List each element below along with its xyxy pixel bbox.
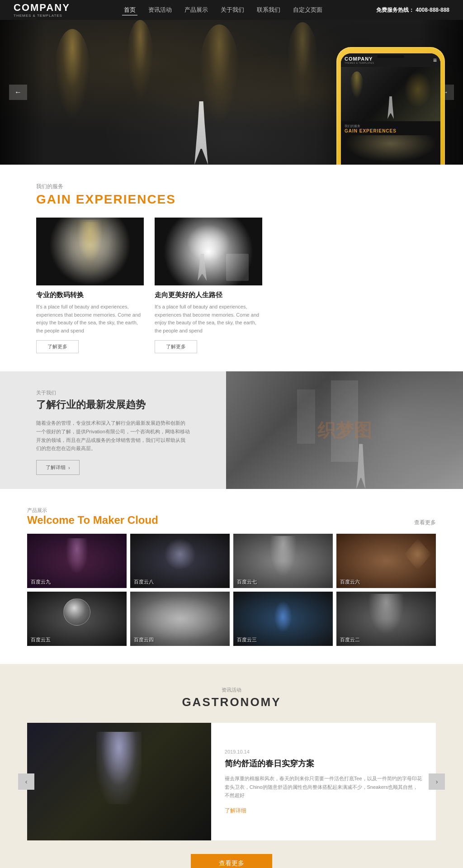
service-image-1 <box>36 218 144 285</box>
company-name: COMPANY <box>14 2 70 13</box>
product-item-8[interactable]: 百度云二 <box>336 592 436 646</box>
tagline: THEMES & TEMPLATES <box>14 14 62 18</box>
event-more-link[interactable]: 了解详细 <box>225 807 422 815</box>
hotline-label: 免费服务热线： <box>376 7 414 13</box>
products-header-left: 产品展示 Welcome To Maker Cloud <box>27 507 158 526</box>
about-image: 织梦图 <box>226 371 463 489</box>
service-title-2: 走向更美好的人生路径 <box>155 291 262 299</box>
about-btn-arrow: › <box>68 465 70 470</box>
events-section: 资讯活动 GASTRONOMY ‹ 2019.10.14 简约舒适的春日实穿方案… <box>0 664 463 868</box>
product-name-1: 百度云九 <box>31 579 51 585</box>
product-item-3[interactable]: 百度云七 <box>233 534 333 588</box>
products-label: 产品展示 <box>27 507 158 514</box>
phone-notch <box>377 55 404 58</box>
phone-hero-image <box>341 67 440 121</box>
product-name-4: 百度云六 <box>340 579 360 585</box>
nav-products[interactable]: 产品展示 <box>183 5 210 15</box>
phone-tagline: THEMES & TEMPLATES <box>345 62 374 64</box>
product-item-4[interactable]: 百度云六 <box>336 534 436 588</box>
service-desc-1: It's a place full of beauty and experien… <box>36 303 144 335</box>
hero-section: ← → COMPANY THEMES & TEMPLATES ≡ <box>0 20 463 165</box>
phone-hero-light <box>404 71 431 108</box>
product-item-6[interactable]: 百度云四 <box>130 592 230 646</box>
event-image <box>27 723 211 840</box>
product-item-2[interactable]: 百度云八 <box>130 534 230 588</box>
learn-more-2[interactable]: 了解更多 <box>155 340 197 353</box>
event-card-desc: 褪去厚重的棉服和风衣，春天的到来你只需要一件活色打底Tee，以及一件简约的字母印… <box>225 774 422 800</box>
phone-menu-icon[interactable]: ≡ <box>433 57 437 64</box>
about-detail-button[interactable]: 了解详细 › <box>36 460 80 475</box>
event-prev-button[interactable]: ‹ <box>18 773 34 790</box>
event-content: 2019.10.14 简约舒适的春日实穿方案 褪去厚重的棉服和风衣，春天的到来你… <box>211 723 436 840</box>
phone-frame: COMPANY THEMES & TEMPLATES ≡ 我们的服务 GAIN … <box>336 47 445 165</box>
services-grid: 专业的数码转换 It's a place full of beauty and … <box>36 218 262 353</box>
nav-contact[interactable]: 联系我们 <box>255 5 282 15</box>
service-title-1: 专业的数码转换 <box>36 291 144 299</box>
service-card-2: 走向更美好的人生路径 It's a place full of beauty a… <box>155 218 262 353</box>
main-nav: 首页 资讯活动 产品展示 关于我们 联系我们 自定义页面 <box>122 5 324 15</box>
service-image-2 <box>155 218 262 285</box>
service-desc-2: It's a place full of beauty and experien… <box>155 303 262 335</box>
phone-service-image <box>345 135 437 162</box>
product-item-5[interactable]: 百度云五 <box>27 592 127 646</box>
phone-screen: COMPANY THEMES & TEMPLATES ≡ 我们的服务 GAIN … <box>341 53 440 165</box>
product-item-7[interactable]: 百度云三 <box>233 592 333 646</box>
services-title: GAIN EXPERIENCES <box>36 192 427 207</box>
hotline: 免费服务热线： 4008-888-888 <box>376 6 449 14</box>
about-section: 关于我们 了解行业的最新发展趋势 随着业务的管理，专业技术和深入了解行业的最新发… <box>0 371 463 489</box>
about-label: 关于我们 <box>36 389 190 396</box>
about-title: 了解行业的最新发展趋势 <box>36 398 190 412</box>
event-card: 2019.10.14 简约舒适的春日实穿方案 褪去厚重的棉服和风衣，春天的到来你… <box>27 723 436 840</box>
hero-prev-button[interactable]: ← <box>9 85 27 100</box>
services-label: 我们的服务 <box>36 183 427 190</box>
events-label: 资讯活动 <box>27 687 436 693</box>
products-grid: 百度云九 百度云八 百度云七 百度云六 百度云五 百度云四 百度云三 百度云二 <box>27 534 436 646</box>
about-desc: 随着业务的管理，专业技术和深入了解行业的最新发展趋势和创新的一个很好的了解，提供… <box>36 419 190 453</box>
products-section: 产品展示 Welcome To Maker Cloud 查看更多 百度云九 百度… <box>0 489 463 664</box>
logo: COMPANY THEMES & TEMPLATES <box>14 2 70 17</box>
products-view-more[interactable]: 查看更多 <box>414 519 436 526</box>
event-date: 2019.10.14 <box>225 749 422 754</box>
phone-services-title: GAIN EXPERIENCES <box>345 128 437 133</box>
products-title: Welcome To Maker Cloud <box>27 514 158 526</box>
phone-logo-block: COMPANY THEMES & TEMPLATES <box>345 56 374 64</box>
view-all-button[interactable]: 查看更多 <box>191 854 272 868</box>
product-name-2: 百度云八 <box>134 579 154 585</box>
hotline-number: 4008-888-888 <box>416 7 449 13</box>
products-header: 产品展示 Welcome To Maker Cloud 查看更多 <box>27 507 436 526</box>
services-section: 我们的服务 GAIN EXPERIENCES 专业的数码转换 It's a pl… <box>0 165 463 371</box>
service-card-1: 专业的数码转换 It's a place full of beauty and … <box>36 218 144 353</box>
product-name-8: 百度云二 <box>340 636 360 643</box>
learn-more-1[interactable]: 了解更多 <box>36 340 79 353</box>
product-name-3: 百度云七 <box>237 579 257 585</box>
header: COMPANY THEMES & TEMPLATES 首页 资讯活动 产品展示 … <box>0 0 463 20</box>
product-name-6: 百度云四 <box>134 636 154 643</box>
event-card-title: 简约舒适的春日实穿方案 <box>225 758 422 769</box>
product-item-1[interactable]: 百度云九 <box>27 534 127 588</box>
phone-company: COMPANY <box>345 56 374 62</box>
mobile-mockup: COMPANY THEMES & TEMPLATES ≡ 我们的服务 GAIN … <box>336 47 445 165</box>
about-content: 关于我们 了解行业的最新发展趋势 随着业务的管理，专业技术和深入了解行业的最新发… <box>0 371 226 489</box>
phone-services: 我们的服务 GAIN EXPERIENCES <box>341 121 440 165</box>
product-name-7: 百度云三 <box>237 636 257 643</box>
product-name-5: 百度云五 <box>31 636 51 643</box>
phone-services-label: 我们的服务 <box>345 124 437 128</box>
phone-screen-content: COMPANY THEMES & TEMPLATES ≡ 我们的服务 GAIN … <box>341 53 440 165</box>
nav-about[interactable]: 关于我们 <box>219 5 246 15</box>
nav-home[interactable]: 首页 <box>122 5 137 15</box>
event-next-button[interactable]: › <box>429 773 445 790</box>
events-title: GASTRONOMY <box>27 695 436 709</box>
about-btn-label: 了解详细 <box>46 464 66 471</box>
event-card-wrapper: ‹ 2019.10.14 简约舒适的春日实穿方案 褪去厚重的棉服和风衣，春天的到… <box>27 723 436 840</box>
nav-events[interactable]: 资讯活动 <box>146 5 174 15</box>
nav-custom[interactable]: 自定义页面 <box>291 5 324 15</box>
